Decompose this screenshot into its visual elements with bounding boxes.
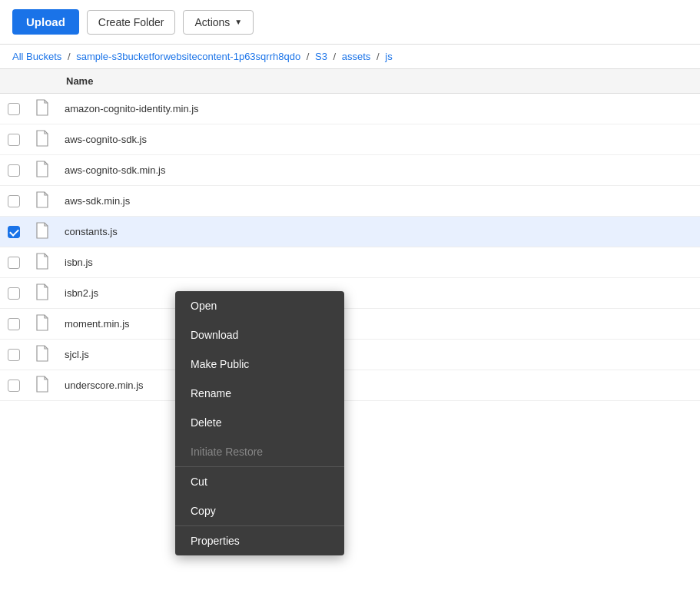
table-row[interactable]: aws-sdk.min.js — [0, 186, 700, 217]
col-check-header — [0, 69, 28, 94]
table-row[interactable]: constants.js — [0, 217, 700, 247]
file-icon — [35, 138, 49, 149]
file-name[interactable]: aws-cognito-sdk.js — [57, 124, 700, 155]
context-menu-item-open[interactable]: Open — [175, 291, 344, 320]
breadcrumb-all-buckets[interactable]: All Buckets — [12, 51, 61, 62]
file-checkbox[interactable] — [8, 226, 20, 238]
file-icon-cell — [28, 186, 57, 217]
file-icon-cell — [28, 247, 57, 278]
context-menu-item-download[interactable]: Download — [175, 320, 344, 350]
file-icon — [35, 353, 49, 364]
file-icon-cell — [28, 155, 57, 186]
context-menu: OpenDownloadMake PublicRenameDeleteIniti… — [175, 291, 344, 555]
file-checkbox[interactable] — [8, 380, 20, 392]
file-icon — [35, 260, 49, 272]
col-icon-header — [28, 69, 57, 94]
file-name[interactable]: moment.min.js — [57, 309, 700, 340]
upload-button[interactable]: Upload — [12, 9, 79, 35]
context-menu-item-delete[interactable]: Delete — [175, 408, 344, 437]
file-checkbox[interactable] — [8, 134, 20, 146]
file-name[interactable]: isbn2.js — [57, 278, 700, 309]
table-row[interactable]: sjcl.js — [0, 340, 700, 370]
create-folder-label: Create Folder — [98, 16, 164, 28]
file-icon — [35, 107, 49, 118]
file-icon-cell — [28, 309, 57, 340]
file-checkbox[interactable] — [8, 164, 20, 177]
file-checkbox[interactable] — [8, 349, 20, 361]
file-icon — [35, 291, 49, 303]
breadcrumb-assets[interactable]: assets — [342, 51, 371, 62]
table-row[interactable]: isbn2.js — [0, 278, 700, 309]
table-row[interactable]: amazon-cognito-identity.min.js — [0, 94, 700, 124]
table-row[interactable]: isbn.js — [0, 247, 700, 278]
file-icon-cell — [28, 94, 57, 124]
file-icon-cell — [28, 217, 57, 247]
file-icon — [35, 199, 49, 210]
file-icon-cell — [28, 124, 57, 155]
context-menu-item-make-public[interactable]: Make Public — [175, 350, 344, 379]
file-table: Name amazon-cognito-identity.min.js aws-… — [0, 68, 700, 401]
file-checkbox[interactable] — [8, 318, 20, 330]
file-name[interactable]: isbn.js — [57, 247, 700, 278]
breadcrumb-js[interactable]: js — [385, 51, 392, 62]
create-folder-button[interactable]: Create Folder — [87, 10, 176, 35]
breadcrumb-s3[interactable]: S3 — [315, 51, 327, 62]
breadcrumb-sep1: / — [68, 51, 71, 62]
breadcrumb-sep4: / — [377, 51, 380, 62]
file-icon-cell — [28, 278, 57, 309]
context-menu-item-properties[interactable]: Properties — [175, 526, 344, 555]
file-icon-cell — [28, 370, 57, 401]
table-row[interactable]: underscore.min.js — [0, 370, 700, 401]
table-row[interactable]: moment.min.js — [0, 309, 700, 340]
file-table-wrapper: Name amazon-cognito-identity.min.js aws-… — [0, 68, 700, 401]
file-name[interactable]: constants.js — [57, 217, 700, 247]
file-checkbox[interactable] — [8, 257, 20, 269]
file-name[interactable]: sjcl.js — [57, 340, 700, 370]
file-checkbox[interactable] — [8, 195, 20, 207]
file-icon — [35, 322, 49, 333]
file-icon — [35, 168, 49, 180]
table-row[interactable]: aws-cognito-sdk.min.js — [0, 155, 700, 186]
file-name[interactable]: aws-cognito-sdk.min.js — [57, 155, 700, 186]
context-menu-item-copy[interactable]: Copy — [175, 496, 344, 525]
chevron-down-icon: ▼ — [234, 18, 242, 26]
toolbar: Upload Create Folder Actions ▼ — [0, 0, 700, 45]
file-checkbox[interactable] — [8, 103, 20, 115]
col-name-header: Name — [57, 69, 700, 94]
file-checkbox[interactable] — [8, 287, 20, 300]
file-icon — [35, 383, 49, 395]
file-name[interactable]: amazon-cognito-identity.min.js — [57, 94, 700, 124]
file-name[interactable]: underscore.min.js — [57, 370, 700, 401]
breadcrumb-bucket[interactable]: sample-s3bucketforwebsitecontent-1p63sqr… — [76, 51, 300, 62]
file-icon-cell — [28, 340, 57, 370]
context-menu-item-rename[interactable]: Rename — [175, 379, 344, 408]
breadcrumb-sep3: / — [333, 51, 337, 62]
context-menu-item-initiate-restore: Initiate Restore — [175, 437, 344, 466]
file-name[interactable]: aws-sdk.min.js — [57, 186, 700, 217]
breadcrumb-sep2: / — [307, 51, 310, 62]
context-menu-item-cut[interactable]: Cut — [175, 467, 344, 496]
file-icon — [35, 230, 49, 241]
actions-button[interactable]: Actions ▼ — [183, 10, 254, 35]
table-row[interactable]: aws-cognito-sdk.js — [0, 124, 700, 155]
breadcrumb: All Buckets / sample-s3bucketforwebsitec… — [0, 45, 700, 68]
actions-label: Actions — [194, 16, 230, 28]
